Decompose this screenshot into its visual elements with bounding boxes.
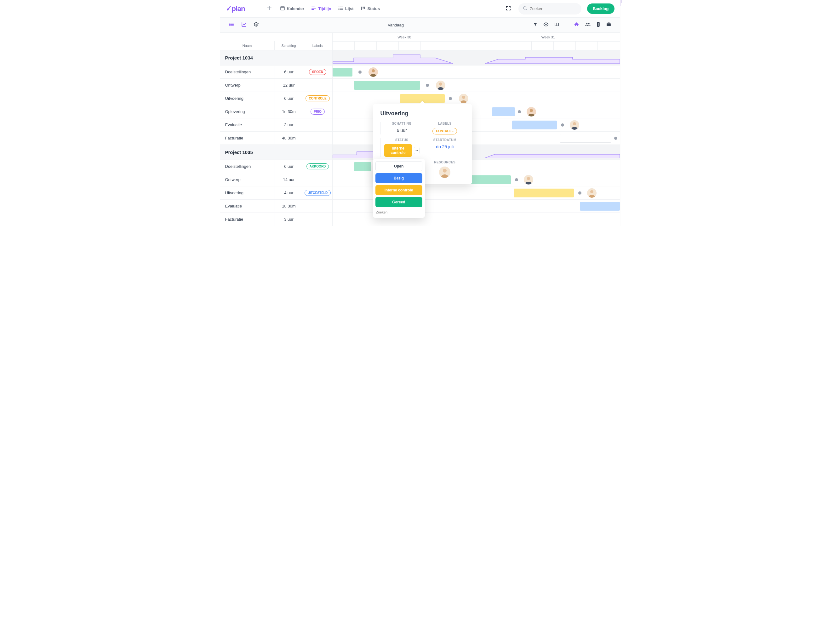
gantt-bar[interactable]	[580, 202, 620, 211]
timeline-row[interactable]	[333, 79, 620, 92]
task-row[interactable]: Ontwerp 14 uur	[220, 173, 332, 186]
search-input[interactable]	[530, 6, 583, 11]
avatar[interactable]	[368, 68, 378, 77]
popover-label: LABELS	[425, 122, 464, 125]
timeline-row[interactable]	[333, 66, 620, 79]
avatar[interactable]	[570, 120, 579, 130]
popover-label-pill[interactable]: CONTROLE	[433, 128, 457, 134]
columns-button[interactable]	[554, 22, 559, 28]
dependency-dot[interactable]	[358, 71, 362, 74]
avatar[interactable]	[587, 188, 597, 198]
dependency-dot[interactable]	[426, 84, 429, 87]
popover-label: SCHATTING	[384, 122, 420, 125]
tab-kalender[interactable]: Kalender	[280, 6, 305, 12]
today-button[interactable]: Vandaag	[259, 23, 533, 27]
add-button[interactable]	[267, 5, 272, 12]
sidebar: Naam Schatting Labels Project 1034 Doels…	[220, 33, 333, 226]
group-header[interactable]: Project 1034	[220, 50, 332, 66]
toolbar: Vandaag	[220, 17, 620, 33]
tab-label: Tijdlijn	[318, 6, 332, 11]
avatar[interactable]	[459, 94, 468, 103]
task-row[interactable]: Uitvoering 6 uur CONTROLE	[220, 92, 332, 105]
task-name: Evaluatie	[220, 204, 275, 208]
task-row[interactable]: Doelstellingen 6 uur AKKOORD	[220, 160, 332, 173]
capacity-chart	[333, 52, 453, 64]
dependency-dot[interactable]	[578, 191, 581, 195]
search-box[interactable]	[518, 3, 581, 14]
status-option-gereed[interactable]: Gereed	[376, 197, 422, 207]
popover-startdate[interactable]: do 25 juli	[425, 144, 464, 149]
gantt-bar[interactable]	[512, 121, 557, 129]
search-icon	[523, 6, 527, 12]
chart-view-button[interactable]	[241, 22, 246, 28]
avatar[interactable]	[527, 107, 536, 117]
backlog-button[interactable]: Backlog	[587, 3, 614, 14]
filter-button[interactable]	[533, 22, 538, 28]
resource-button[interactable]	[596, 22, 600, 28]
status-option-open[interactable]: Open	[376, 161, 422, 171]
task-row[interactable]: Doelstellingen 6 uur SPOED	[220, 66, 332, 79]
dependency-dot[interactable]	[561, 123, 564, 126]
svg-point-18	[598, 24, 598, 25]
task-name: Facturatie	[220, 217, 275, 222]
avatar[interactable]	[524, 175, 533, 184]
dependency-dot[interactable]	[518, 110, 521, 113]
logo: ✓plan	[226, 5, 259, 13]
status-search-input[interactable]	[376, 209, 422, 215]
tab-lijst[interactable]: Lijst	[338, 6, 354, 12]
tab-tijdlijn[interactable]: Tijdlijn	[311, 6, 332, 12]
gantt-bar[interactable]	[560, 134, 611, 143]
dependency-dot[interactable]	[614, 137, 617, 140]
task-row[interactable]: Ontwerp 12 uur	[220, 79, 332, 92]
svg-point-4	[338, 9, 339, 10]
status-chip[interactable]: Interne controle	[384, 144, 412, 157]
task-row[interactable]: Facturatie 3 uur	[220, 213, 332, 226]
gantt-bar[interactable]	[354, 81, 420, 90]
resource-avatar[interactable]	[439, 167, 450, 178]
status-next-button[interactable]: →	[414, 147, 420, 154]
day-header-row	[333, 42, 620, 50]
task-row[interactable]: Uitvoering 4 uur UITGESTELD	[220, 186, 332, 200]
team-button[interactable]	[585, 22, 591, 28]
status-option-interne[interactable]: Interne controle	[376, 185, 422, 195]
fullscreen-button[interactable]	[506, 6, 511, 12]
task-estimate: 1u 30m	[275, 200, 303, 213]
week-header: Week 30	[333, 33, 477, 41]
app-window: ✓plan Kalender Tijdlijn Lijst Status	[220, 0, 620, 226]
group-header[interactable]: Project 1035	[220, 145, 332, 160]
timeline[interactable]: Week 30 Week 31	[333, 33, 620, 226]
task-row[interactable]: Facturatie 4u 30m	[220, 132, 332, 145]
visibility-button[interactable]	[543, 22, 549, 28]
topbar: ✓plan Kalender Tijdlijn Lijst Status	[220, 0, 620, 17]
timeline-row[interactable]	[333, 92, 620, 105]
svg-point-11	[229, 25, 230, 26]
task-row[interactable]: Evaluatie 1u 30m	[220, 200, 332, 213]
task-estimate: 3 uur	[275, 118, 303, 131]
task-label: PRIO	[303, 109, 332, 115]
layers-button[interactable]	[254, 22, 259, 28]
dependency-dot[interactable]	[449, 97, 452, 100]
task-label: SPOED	[303, 69, 332, 75]
puzzle-button[interactable]	[574, 22, 579, 28]
tab-status[interactable]: Status	[361, 6, 380, 12]
status-option-bezig[interactable]: Bezig	[376, 173, 422, 183]
task-estimate: 1u 30m	[275, 105, 303, 118]
task-row[interactable]: Evaluatie 3 uur	[220, 118, 332, 132]
group-view-button[interactable]	[229, 22, 234, 28]
task-estimate: 4u 30m	[275, 132, 303, 145]
gantt-bar[interactable]	[333, 68, 353, 77]
briefcase-button[interactable]	[606, 22, 611, 28]
gantt-bar[interactable]	[514, 189, 574, 197]
avatar[interactable]	[436, 80, 445, 90]
svg-rect-5	[361, 6, 362, 10]
svg-rect-1	[281, 6, 284, 10]
dependency-dot[interactable]	[515, 178, 518, 181]
task-row[interactable]: Oplevering 1u 30m PRIO	[220, 105, 332, 118]
task-estimate: 3 uur	[275, 213, 303, 226]
svg-point-9	[229, 23, 230, 24]
gantt-bar[interactable]	[492, 107, 515, 116]
col-header-schatting: Schatting	[275, 41, 303, 50]
content: Naam Schatting Labels Project 1034 Doels…	[220, 33, 620, 226]
gantt-bar[interactable]	[354, 162, 371, 171]
task-label: AKKOORD	[303, 164, 332, 169]
